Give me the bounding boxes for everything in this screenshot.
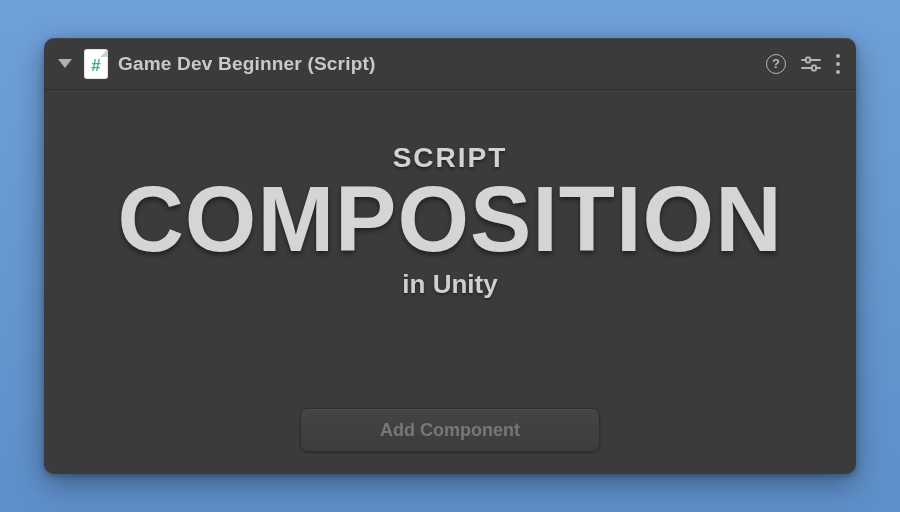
header-actions: ? xyxy=(766,54,840,74)
context-menu-icon[interactable] xyxy=(836,54,840,74)
script-file-icon: # xyxy=(84,49,108,79)
presets-icon[interactable] xyxy=(800,55,822,73)
hero-subline: in Unity xyxy=(402,269,497,300)
help-icon[interactable]: ? xyxy=(766,54,786,74)
component-header[interactable]: # Game Dev Beginner (Script) ? xyxy=(44,38,856,90)
hash-icon: # xyxy=(91,57,100,74)
add-component-label: Add Component xyxy=(380,420,520,441)
svg-rect-2 xyxy=(806,57,810,62)
inspector-panel: # Game Dev Beginner (Script) ? xyxy=(44,38,856,474)
add-component-button[interactable]: Add Component xyxy=(300,408,600,452)
expand-toggle-icon[interactable] xyxy=(58,59,72,68)
svg-rect-3 xyxy=(812,65,816,70)
hero-headline: COMPOSITION xyxy=(117,176,782,263)
component-title: Game Dev Beginner (Script) xyxy=(118,53,376,75)
